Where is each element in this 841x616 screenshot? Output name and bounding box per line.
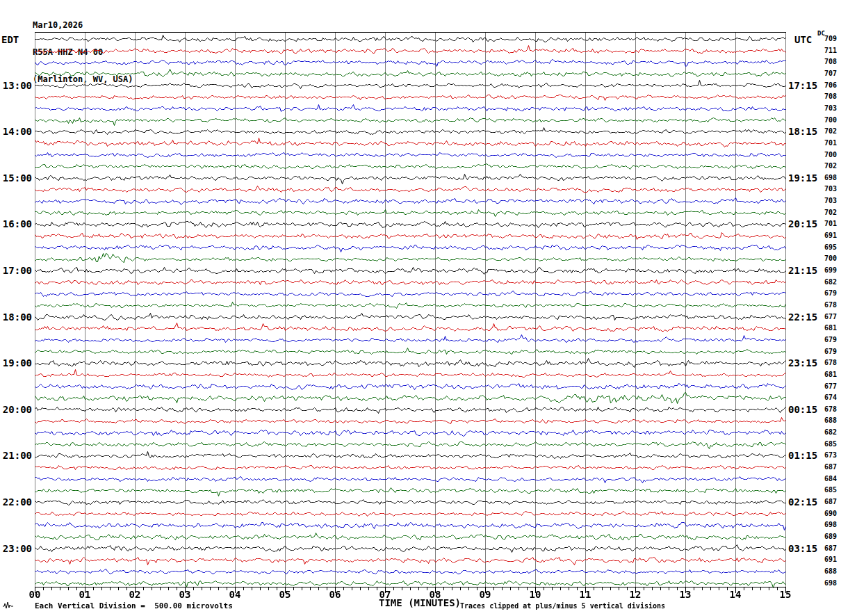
minute-tick-label: 09 — [473, 589, 498, 600]
minute-tick-label: 05 — [272, 589, 297, 600]
right-time-label: 19:15 — [788, 172, 817, 184]
right-time-label: 23:15 — [788, 357, 817, 368]
dc-value: 689 — [819, 533, 837, 540]
dc-value: 678 — [819, 406, 837, 413]
minute-tick-label: 04 — [222, 589, 247, 600]
dc-value: 677 — [819, 314, 837, 321]
dc-value: 679 — [819, 337, 837, 343]
right-time-label: 21:15 — [788, 265, 817, 276]
dc-value: 700 — [819, 152, 837, 159]
dc-value: 703 — [819, 197, 837, 204]
minute-tick-label: 12 — [623, 589, 648, 600]
left-time-label: 20:00 — [0, 404, 32, 415]
dc-value: 679 — [819, 290, 837, 297]
dc-value: 701 — [819, 220, 837, 227]
minute-tick-label: 10 — [523, 589, 548, 600]
right-time-label: 03:15 — [788, 543, 817, 554]
dc-value: 678 — [819, 359, 837, 366]
dc-value: 707 — [819, 70, 837, 77]
dc-value: 702 — [819, 128, 837, 135]
dc-value: 678 — [819, 302, 837, 309]
dc-value: 691 — [819, 556, 837, 563]
dc-value: 687 — [819, 499, 837, 505]
dc-value: 711 — [819, 47, 837, 54]
minute-tick-label: 01 — [72, 589, 97, 600]
scale-note: Each Vertical Division = 500.00 microvol… — [35, 601, 233, 610]
left-time-label: 22:00 — [0, 496, 32, 508]
minute-tick-label: 15 — [773, 589, 798, 600]
minute-tick-label: 11 — [573, 589, 598, 600]
dc-value: 682 — [819, 279, 837, 286]
left-time-label: 13:00 — [0, 80, 32, 91]
dc-value: 703 — [819, 105, 837, 112]
dc-value: 706 — [819, 82, 837, 89]
utc-label: UTC — [794, 34, 812, 45]
seismogram-plot — [35, 32, 786, 594]
title-date: Mar10,2026 — [33, 21, 133, 30]
dc-value: 698 — [819, 175, 837, 181]
left-time-label: 16:00 — [0, 218, 32, 229]
minute-tick-label: 14 — [723, 589, 748, 600]
dc-value: 691 — [819, 232, 837, 239]
dc-value: 698 — [819, 521, 837, 528]
right-time-label: 01:15 — [788, 450, 817, 461]
dc-value: 702 — [819, 209, 837, 216]
dc-value: 709 — [819, 35, 837, 42]
dc-value: 687 — [819, 464, 837, 471]
dc-value: 708 — [819, 58, 837, 65]
logo-waveform-icon — [3, 601, 14, 609]
minute-tick-label: 13 — [673, 589, 698, 600]
dc-value: 708 — [819, 93, 837, 100]
dc-value: 674 — [819, 394, 837, 401]
dc-value: 700 — [819, 117, 837, 124]
dc-value: 682 — [819, 429, 837, 436]
right-time-label: 22:15 — [788, 311, 817, 323]
dc-value: 681 — [819, 325, 837, 332]
dc-value: 684 — [819, 476, 837, 483]
clip-note: Traces clipped at plus/minus 5 vertical … — [460, 602, 665, 610]
right-time-label: 17:15 — [788, 80, 817, 91]
helicorder-page: Mar10,2026 R55A HHZ N4 00 (Marlinton, WV… — [0, 0, 841, 616]
dc-value: 687 — [819, 545, 837, 552]
dc-value: 695 — [819, 244, 837, 251]
dc-value: 681 — [819, 371, 837, 378]
dc-value: 688 — [819, 417, 837, 424]
left-time-label: 18:00 — [0, 311, 32, 323]
edt-label: EDT — [1, 34, 19, 45]
dc-value: 701 — [819, 140, 837, 147]
dc-value: 690 — [819, 510, 837, 517]
left-time-label: 19:00 — [0, 357, 32, 368]
dc-value: 688 — [819, 568, 837, 575]
dc-value: 673 — [819, 452, 837, 459]
minute-tick-label: 02 — [122, 589, 147, 600]
minute-tick-label: 06 — [322, 589, 348, 600]
left-time-label: 17:00 — [0, 265, 32, 276]
right-time-label: 18:15 — [788, 126, 817, 137]
right-time-label: 20:15 — [788, 218, 817, 229]
dc-value: 703 — [819, 186, 837, 193]
minute-tick-label: 03 — [172, 589, 197, 600]
right-time-label: 00:15 — [788, 404, 817, 415]
dc-value: 685 — [819, 441, 837, 448]
left-time-label: 15:00 — [0, 172, 32, 184]
left-time-label: 23:00 — [0, 543, 32, 554]
dc-value: 677 — [819, 383, 837, 390]
minute-tick-label: 00 — [22, 589, 47, 600]
dc-value: 698 — [819, 580, 837, 587]
left-time-label: 14:00 — [0, 126, 32, 137]
dc-value: 702 — [819, 163, 837, 170]
dc-value: 685 — [819, 487, 837, 494]
left-time-label: 21:00 — [0, 450, 32, 461]
dc-value: 700 — [819, 255, 837, 262]
dc-value: 679 — [819, 348, 837, 355]
right-time-label: 02:15 — [788, 496, 817, 508]
time-axis-title: TIME (MINUTES) — [379, 597, 461, 608]
dc-value: 699 — [819, 267, 837, 274]
